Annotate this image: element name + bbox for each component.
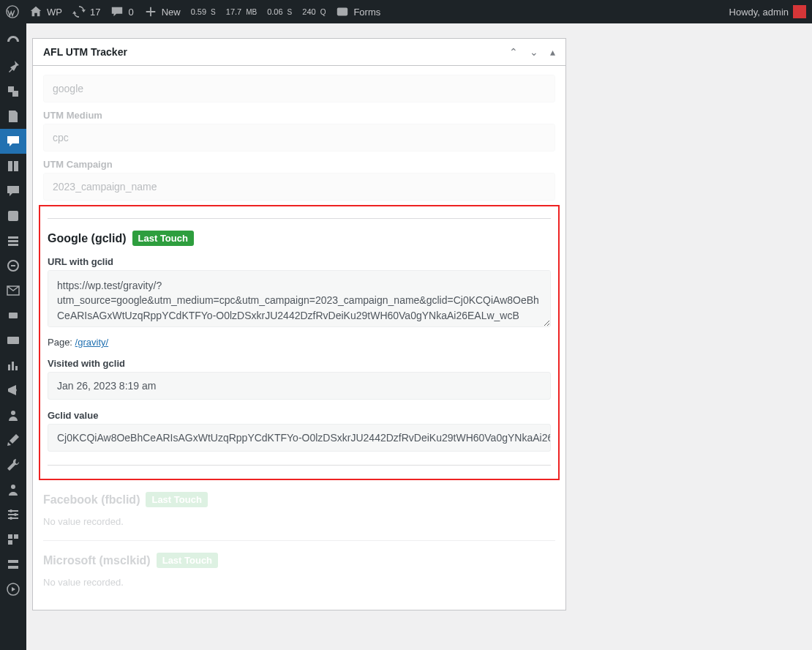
utm-medium-label: UTM Medium [43,110,555,121]
page-link[interactable]: /gravity/ [75,337,109,348]
new-label: New [162,7,181,18]
google-section-title: Google (gclid) Last Touch [48,231,551,246]
last-touch-badge: Last Touch [132,231,194,246]
visited-with-gclid-label: Visited with gclid [48,358,551,369]
updates-count: 17 [90,7,100,18]
utm-source-value: google [43,75,555,102]
perf-time[interactable]: 0.59S [191,7,216,16]
svg-point-8 [10,509,12,512]
chart-icon [6,358,20,373]
utm-campaign-label: UTM Campaign [43,159,555,170]
panel-up-icon[interactable]: ⌃ [509,46,518,58]
menu-active[interactable] [0,129,26,154]
site-home[interactable]: WP [29,5,62,18]
facebook-badge: Last Touch [146,492,207,507]
forms-link[interactable]: Forms [336,5,380,18]
refresh-icon [72,5,86,18]
menu-appearance[interactable] [0,427,26,452]
comments[interactable]: 0 [110,5,133,18]
microsoft-section-title: Microsoft (msclkid) Last Touch [43,553,555,568]
svg-rect-4 [9,313,18,318]
comments-count: 0 [128,7,133,18]
google-section-highlight: Google (gclid) Last Touch URL with gclid… [39,205,560,480]
wp-logo[interactable] [6,5,19,18]
url-with-gclid-label: URL with gclid [48,256,551,267]
page-label: Page: [48,337,72,348]
mail-icon [6,283,20,298]
visited-with-gclid-value: Jan 26, 2023 8:19 am [48,372,551,400]
svg-rect-1 [337,8,347,16]
howdy-user[interactable]: Howdy, admin [729,5,806,18]
microsoft-title-text: Microsoft (msclkid) [43,554,151,567]
chat-icon [6,134,20,149]
avatar [793,5,806,18]
updates[interactable]: 17 [72,5,100,18]
panel-header: AFL UTM Tracker ⌃ ⌄ ▴ [33,39,565,66]
menu-person[interactable] [0,477,26,502]
perf-queries[interactable]: 240Q [302,7,326,16]
person-icon [6,482,20,497]
facebook-section-title: Facebook (fbclid) Last Touch [43,492,555,507]
menu-marketing[interactable] [0,378,26,403]
perf-mem[interactable]: 17.7MB [226,7,257,16]
panel-down-icon[interactable]: ⌄ [530,46,538,58]
utm-medium-value: cpc [43,124,555,152]
menu-item-13[interactable] [0,328,26,353]
menu-item-22[interactable] [0,552,26,577]
comment-icon [6,184,20,198]
svg-rect-12 [14,534,18,539]
svg-rect-15 [8,566,18,569]
menu-dashboard[interactable] [0,29,26,54]
tag-icon [6,308,20,323]
dashboard-icon [6,34,20,49]
svg-rect-2 [8,211,18,221]
gclid-value-label: Gclid value [48,410,551,421]
menu-item-23[interactable] [0,577,26,602]
howdy-label: Howdy, admin [729,7,789,18]
forms-icon [336,5,349,18]
menu-users[interactable] [0,403,26,427]
list-icon [6,234,20,248]
pin-icon [6,59,20,74]
panel-collapse-icon[interactable]: ▴ [550,46,555,58]
menu-tools[interactable] [0,452,26,477]
plus-icon [144,5,157,18]
menu-analytics[interactable] [0,353,26,378]
rows-icon [6,557,20,572]
facebook-no-value: No value recorded. [43,516,555,527]
brush-icon [6,433,20,447]
svg-point-7 [11,485,15,489]
grid-icon [6,532,20,547]
menu-item-9[interactable] [0,228,26,253]
circle-icon [6,258,20,273]
card-icon [6,333,20,348]
google-title-text: Google (gclid) [48,232,127,245]
menu-settings[interactable] [0,502,26,527]
svg-point-10 [10,517,12,520]
utm-campaign-value: 2023_campaign_name [43,173,555,201]
book-icon [6,159,20,173]
menu-comments[interactable] [0,179,26,203]
facebook-title-text: Facebook (fbclid) [43,493,140,507]
new-content[interactable]: New [144,5,181,18]
menu-posts[interactable] [0,54,26,79]
menu-pages[interactable] [0,104,26,129]
svg-point-6 [11,411,15,415]
menu-item-6[interactable] [0,154,26,179]
page-line: Page: /gravity/ [48,337,551,348]
menu-forms[interactable] [0,203,26,228]
menu-media[interactable] [0,79,26,104]
user-icon [6,408,20,422]
url-with-gclid-value[interactable] [48,270,551,327]
content-area: AFL UTM Tracker ⌃ ⌄ ▴ google UTM Medium … [26,23,812,650]
site-name: WP [47,7,62,18]
perf-db[interactable]: 0.06S [267,7,292,16]
menu-mail[interactable] [0,278,26,303]
svg-rect-13 [8,540,12,545]
play-icon [6,582,20,597]
menu-item-10[interactable] [0,253,26,278]
menu-item-12[interactable] [0,303,26,328]
form-icon [6,209,20,223]
menu-item-21[interactable] [0,527,26,552]
gclid-value: Cj0KCQiAw8OeBhCeARIsAGxWtUzqRppYCdKTFYo-… [48,424,551,452]
